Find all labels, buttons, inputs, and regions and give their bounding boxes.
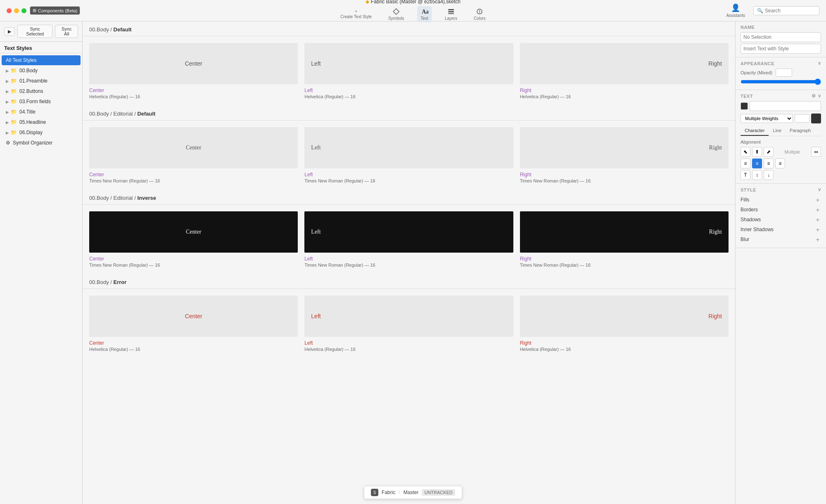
style-card-left4[interactable]: Left Left Helvetica (Regular) — 16 [304, 296, 513, 352]
create-text-style-button[interactable]: + Create Text Style [337, 8, 375, 21]
style-grid-editorial-inverse: Center Center Times New Roman (Regular) … [83, 205, 735, 274]
untracked-badge: UNTRACKED [422, 489, 455, 496]
font-size-input[interactable] [795, 114, 809, 123]
style-card-center3[interactable]: Center Center Times New Roman (Regular) … [89, 211, 298, 267]
style-card-center1[interactable]: Center Center Helvetica (Regular) — 16 [89, 43, 298, 99]
font-weight-dropdown[interactable]: Multiple Weights [741, 114, 793, 123]
style-card-left2[interactable]: Left Left Times New Roman (Regular) — 16 [304, 127, 513, 183]
shadows-add-button[interactable]: + [814, 216, 821, 223]
minimize-button[interactable] [14, 8, 19, 13]
plugin-icon: ⚙ [6, 140, 10, 146]
components-beta-button[interactable]: ⊞ Components (Beta) [30, 6, 80, 15]
style-preview-left2: Left [304, 127, 513, 168]
sidebar-item-06display[interactable]: ▶ 📁 06.Display [2, 128, 81, 137]
align-justify-btn[interactable]: ≡ [775, 159, 785, 168]
chevron-right-icon: ▶ [6, 69, 9, 73]
align-top-center-btn[interactable]: ⬆ [752, 147, 762, 157]
color-swatch[interactable] [811, 114, 821, 123]
style-label-name-left1: Left [304, 88, 513, 93]
style-card-center2[interactable]: Center Center Times New Roman (Regular) … [89, 127, 298, 183]
style-label-name-right1: Right [520, 88, 729, 93]
align-spread-btn[interactable]: ⇔ [811, 147, 821, 157]
zoom-button[interactable] [21, 8, 26, 13]
style-label-name-center2: Center [89, 172, 298, 177]
sidebar-item-00body[interactable]: ▶ 📁 00.Body [2, 66, 81, 76]
style-input[interactable] [741, 44, 821, 54]
opacity-input[interactable] [776, 69, 792, 77]
blur-add-button[interactable]: + [814, 236, 821, 243]
style-card-right4[interactable]: Right Right Helvetica (Regular) — 16 [520, 296, 729, 352]
style-card-right3[interactable]: Right Right Times New Roman (Regular) — … [520, 211, 729, 267]
sync-selected-button[interactable]: Sync Selected [17, 25, 52, 38]
style-preview-right2: Right [520, 127, 729, 168]
style-card-right2[interactable]: Right Right Times New Roman (Regular) — … [520, 127, 729, 183]
align-center-btn[interactable]: ≡ [752, 159, 762, 168]
tab-line[interactable]: Line [769, 126, 786, 136]
search-bar[interactable]: 🔍 [753, 6, 819, 15]
toolbar-icons: + Create Text Style Symbols Aa Text [337, 6, 489, 22]
folder-icon: 📁 [11, 68, 17, 73]
text-section: TEXT ⚙ ∨ Multiple Weights Character Line… [736, 90, 826, 184]
search-input[interactable] [765, 8, 814, 14]
appearance-section: APPEARANCE ∨ Opacity (Mixed) [736, 57, 826, 90]
symbols-icon [392, 8, 400, 15]
name-label: NAME [741, 25, 821, 30]
opacity-row: Opacity (Mixed) [741, 69, 821, 77]
folder-icon: 📁 [11, 78, 17, 84]
play-button[interactable]: ▶ [4, 27, 15, 36]
chevron-down-icon[interactable]: ∨ [818, 93, 821, 99]
sidebar-all-text-styles[interactable]: All Text Styles [2, 55, 81, 65]
inner-shadows-add-button[interactable]: + [814, 226, 821, 233]
style-card-right1[interactable]: Right Right Helvetica (Regular) — 16 [520, 43, 729, 99]
tab-paragraph[interactable]: Paragraph [786, 126, 815, 136]
colors-tab[interactable]: Colors [470, 6, 489, 22]
sidebar-item-02buttons[interactable]: ▶ 📁 02.Buttons [2, 86, 81, 96]
style-grid-editorial-default: Center Center Times New Roman (Regular) … [83, 121, 735, 190]
section-header-default: 00.Body / Default [83, 21, 735, 36]
style-card-center4[interactable]: Center Center Helvetica (Regular) — 16 [89, 296, 298, 352]
gear-icon[interactable]: ⚙ [812, 93, 816, 99]
text-color-input[interactable] [750, 101, 821, 111]
name-input[interactable] [741, 32, 821, 42]
style-label-detail-right3: Times New Roman (Regular) — 16 [520, 263, 729, 267]
style-card-left1[interactable]: Left Left Helvetica (Regular) — 16 [304, 43, 513, 99]
style-label-detail-left2: Times New Roman (Regular) — 16 [304, 178, 513, 183]
align-extra3-btn[interactable]: ↓ [764, 170, 774, 180]
folder-icon: 📁 [11, 88, 17, 94]
align-left-btn[interactable]: ≡ [741, 159, 750, 168]
sidebar-item-04title[interactable]: ▶ 📁 04.Title [2, 107, 81, 117]
align-extra1-btn[interactable]: T [741, 170, 750, 180]
style-label-detail-left1: Helvetica (Regular) — 16 [304, 94, 513, 99]
sidebar-item-01preamble[interactable]: ▶ 📁 01.Preamble [2, 76, 81, 86]
sync-all-button[interactable]: Sync All [55, 25, 78, 38]
symbols-tab[interactable]: Symbols [385, 6, 407, 22]
layers-tab[interactable]: Layers [441, 6, 460, 22]
style-preview-center4: Center [89, 296, 298, 337]
style-card-left3[interactable]: Left Left Times New Roman (Regular) — 16 [304, 211, 513, 267]
align-right-btn[interactable]: ≡ [764, 159, 774, 168]
right-sidebar: NAME APPEARANCE ∨ Opacity (Mixed) TEXT ⚙ [735, 21, 826, 504]
tab-character[interactable]: Character [741, 126, 769, 136]
borders-add-button[interactable]: + [814, 206, 821, 213]
sketch-logo: S [371, 489, 378, 496]
align-top-right-btn[interactable]: ⬈ [764, 147, 774, 157]
style-preview-center1: Center [89, 43, 298, 84]
style-label-detail-center1: Helvetica (Regular) — 16 [89, 94, 298, 99]
close-button[interactable] [7, 8, 12, 13]
master-label: Master [404, 490, 419, 495]
align-top-left-btn[interactable]: ⬉ [741, 147, 750, 157]
text-color-swatch[interactable] [741, 102, 748, 110]
style-label-name-right3: Right [520, 256, 729, 262]
sidebar-item-05headline[interactable]: ▶ 📁 05.Headline [2, 117, 81, 127]
text-tab[interactable]: Aa Text [418, 6, 432, 22]
borders-row: Borders + [741, 205, 821, 215]
fills-add-button[interactable]: + [814, 196, 821, 203]
align-extra2-btn[interactable]: ↕ [752, 170, 762, 180]
sidebar-item-symbolorganizer[interactable]: ⚙ Symbol Organizer [2, 138, 81, 148]
opacity-slider[interactable] [741, 78, 821, 85]
svg-rect-3 [448, 11, 454, 12]
sidebar-item-03formfields[interactable]: ▶ 📁 03.Form fields [2, 97, 81, 106]
text-styles-header: Text Styles [0, 42, 82, 53]
folder-icon: 📁 [11, 130, 17, 135]
assistants-button[interactable]: 👤 Assistants [723, 2, 748, 19]
